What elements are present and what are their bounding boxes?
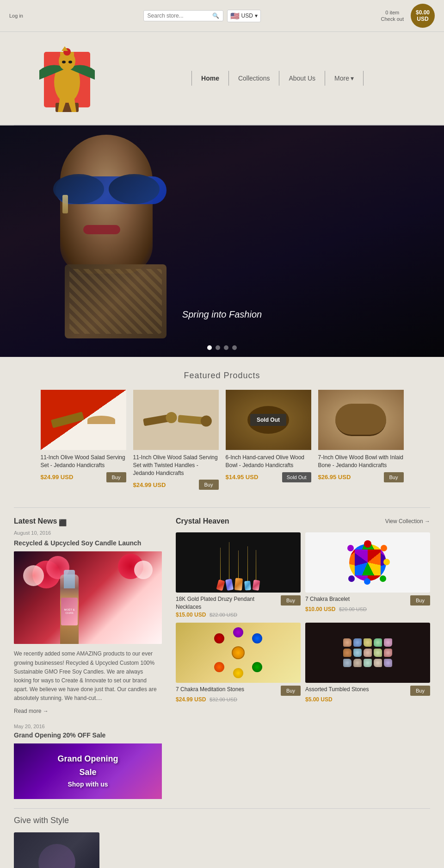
hero-dots [207, 345, 237, 350]
crystal-item-3: 7 Chakra Meditation Stones Buy $24.99 US… [176, 623, 301, 703]
product-price-2: $24.99 USD [133, 481, 166, 488]
login-link[interactable]: Log in [9, 13, 23, 19]
crystal-price-row-2: $10.00 USD $20.00 USD [305, 606, 430, 612]
crystal-name-1: 18K Gold Plated Druzy Pendant Necklaces [176, 595, 278, 611]
hero-dot-3[interactable] [224, 345, 228, 350]
give-title: Give with Style [14, 816, 430, 825]
crystal-buy-2[interactable]: Buy [410, 595, 430, 606]
product-image-2 [133, 390, 219, 450]
featured-products-section: Featured Products 11-Inch Olive Wood Sal… [0, 357, 444, 507]
hero-dot-4[interactable] [232, 345, 237, 350]
featured-title: Featured Products [14, 371, 430, 381]
buy-button-1[interactable]: Buy [106, 472, 126, 482]
product-footer-2: $24.99 USD Buy [133, 480, 219, 490]
chevron-down-icon: ▾ [255, 12, 258, 19]
crystal-name-4: Assorted Tumbled Stones [305, 686, 408, 693]
crystal-info-3: 7 Chakra Meditation Stones Buy [176, 686, 301, 696]
cart-checkout-label: Check out [381, 16, 404, 22]
product-name-1: 11-Inch Olive Wood Salad Serving Set - J… [41, 454, 126, 469]
svg-point-6 [62, 61, 66, 63]
news-title: Latest News [14, 517, 57, 525]
product-footer-3: $14.95 USD Sold Out [226, 472, 311, 482]
product-name-4: 7-Inch Olive Wood Bowl with Inlaid Bone … [318, 454, 404, 469]
hero-dot-1[interactable] [207, 345, 212, 350]
cart-button[interactable]: $0.00 USD [411, 4, 435, 28]
search-icon: 🔍 [212, 12, 219, 19]
crystal-image-2 [305, 532, 430, 593]
nav-collections[interactable]: Collections [229, 71, 279, 86]
crystal-heaven-col: Crystal Heaven View Collection → [176, 517, 430, 799]
currency-label: USD [241, 12, 253, 19]
product-image-4 [318, 390, 404, 450]
latest-news-col: Latest News ⬛ August 10, 2016 Recycled &… [14, 517, 162, 799]
buy-button-2[interactable]: Buy [199, 480, 219, 490]
rss-icon: ⬛ [59, 519, 67, 526]
logo-image [14, 37, 120, 120]
crystal-info-4: Assorted Tumbled Stones Buy [305, 686, 430, 696]
logo-svg [35, 38, 99, 119]
sold-out-overlay: Sold Out [226, 390, 311, 450]
nav-header: Home Collections About Us More ▾ [0, 32, 444, 125]
give-with-style-section: Give with Style [0, 809, 444, 868]
product-card-4: 7-Inch Olive Wood Bowl with Inlaid Bone … [318, 390, 404, 493]
product-name-2: 11-Inch Olive Wood Salad Serving Set wit… [133, 454, 219, 477]
crystal-orig-price-2: $20.00 USD [339, 606, 367, 612]
two-col-section: Latest News ⬛ August 10, 2016 Recycled &… [0, 508, 444, 808]
svg-point-7 [68, 61, 72, 63]
crystal-price-row-3: $24.99 USD $32.00 USD [176, 696, 301, 703]
crystal-buy-3[interactable]: Buy [281, 686, 301, 696]
product-name-3: 6-Inch Hand-carved Olive Wood Bowl - Jed… [226, 454, 311, 469]
product-image-3: Sold Out [226, 390, 311, 450]
products-grid: 11-Inch Olive Wood Salad Serving Set - J… [14, 390, 430, 493]
news-image-1: MOËT & CHAN [14, 551, 162, 644]
product-info-3: 6-Inch Hand-carved Olive Wood Bowl - Jed… [226, 450, 311, 486]
product-info-1: 11-Inch Olive Wood Salad Serving Set - J… [41, 450, 126, 486]
crystal-name-2: 7 Chakra Bracelet [305, 595, 408, 603]
search-input[interactable] [148, 12, 212, 19]
product-info-4: 7-Inch Olive Wood Bowl with Inlaid Bone … [318, 450, 404, 486]
crystal-buy-4[interactable]: Buy [410, 686, 430, 696]
search-box[interactable]: 🔍 [143, 10, 223, 21]
nav-more[interactable]: More ▾ [325, 71, 364, 86]
crystal-title: Crystal Heaven [176, 517, 229, 525]
cart-info: 0 item Check out [381, 9, 404, 23]
grand-opening-text: Grand Opening [57, 753, 118, 765]
hero-dot-2[interactable] [216, 345, 220, 350]
read-more-link-1[interactable]: Read more → [14, 708, 162, 714]
logo-area [14, 37, 125, 120]
hero-banner: Spring into Fashion [0, 125, 444, 357]
news-image-2: Grand Opening Sale Shop with us [14, 743, 162, 799]
crystal-item-4: Assorted Tumbled Stones Buy $5.00 USD [305, 623, 430, 703]
crystal-image-1 [176, 532, 301, 593]
cart-items-count: 0 item [381, 9, 404, 16]
product-footer-4: $26.95 USD Buy [318, 472, 404, 482]
crystal-item-2: 7 Chakra Bracelet Buy $10.00 USD $20.00 … [305, 532, 430, 618]
news-excerpt-1: We recently added some AMAZING products … [14, 649, 162, 703]
nav-home[interactable]: Home [191, 71, 229, 86]
product-price-1: $24.99 USD [41, 474, 74, 481]
currency-selector[interactable]: 🇺🇸 USD ▾ [227, 10, 261, 22]
grand-sale-text: Sale [79, 767, 96, 778]
give-item-1 [14, 832, 99, 868]
news-article-title-2: Grand Opening 20% OFF Sale [14, 731, 162, 739]
product-price-4: $26.95 USD [318, 474, 351, 481]
hero-text: Spring into Fashion [0, 309, 444, 320]
crystal-orig-price-1: $22.00 USD [210, 612, 237, 618]
chevron-down-icon: ▾ [351, 75, 354, 82]
news-article-title-1: Recycled & Upcycled Soy Candle Launch [14, 539, 162, 547]
crystal-image-4 [305, 623, 430, 683]
crystal-buy-1[interactable]: Buy [281, 595, 301, 606]
news-date-1: August 10, 2016 [14, 530, 162, 536]
product-image-1 [41, 390, 126, 450]
main-nav: Home Collections About Us More ▾ [125, 71, 430, 86]
buy-button-4[interactable]: Buy [384, 472, 404, 482]
crystal-name-3: 7 Chakra Meditation Stones [176, 686, 278, 693]
sold-out-button-3[interactable]: Sold Out [282, 472, 311, 482]
news-date-2: May 20, 2016 [14, 724, 162, 729]
product-card-3: Sold Out 6-Inch Hand-carved Olive Wood B… [226, 390, 311, 493]
crystal-grid: 18K Gold Plated Druzy Pendant Necklaces … [176, 532, 430, 703]
view-collection-link[interactable]: View Collection → [385, 518, 430, 525]
product-footer-1: $24.99 USD Buy [41, 472, 126, 482]
nav-about-us[interactable]: About Us [279, 71, 325, 86]
product-price-3: $14.95 USD [226, 474, 259, 481]
